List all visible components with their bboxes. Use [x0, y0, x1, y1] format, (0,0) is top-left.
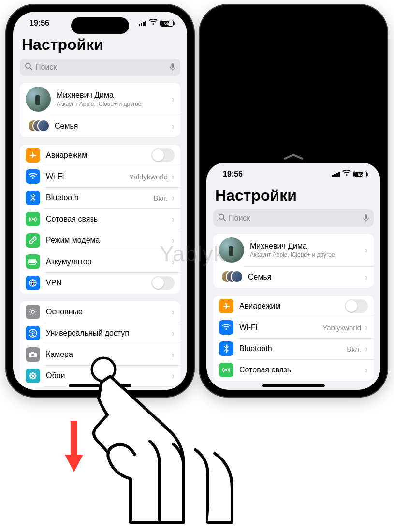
hotspot-row[interactable]: Режим модема› — [20, 230, 180, 251]
status-bar: 19:56 65 — [206, 163, 380, 186]
search-field[interactable]: Поиск — [213, 209, 374, 227]
battery-label: Аккумулятор — [46, 257, 91, 266]
battery-row[interactable]: Аккумулятор› — [20, 251, 180, 272]
status-time: 19:56 — [29, 19, 49, 28]
bluetooth-value: Вкл. — [347, 345, 364, 353]
mic-icon[interactable] — [170, 63, 175, 72]
svg-rect-6 — [36, 261, 37, 263]
vpn-toggle[interactable] — [151, 276, 175, 290]
family-label: Семья — [55, 122, 78, 131]
chevron-right-icon: › — [171, 236, 175, 246]
airplane-row[interactable]: Авиарежим — [213, 296, 374, 317]
chevron-right-icon: › — [364, 272, 368, 282]
bluetooth-label: Bluetooth — [239, 344, 272, 353]
general-icon — [26, 305, 40, 319]
svg-line-1 — [30, 68, 32, 70]
bluetooth-value: Вкл. — [153, 194, 171, 202]
svg-point-17 — [32, 378, 34, 380]
screen-right: 19:56 65 Настройки — [206, 12, 380, 390]
svg-point-15 — [32, 375, 34, 377]
general-row[interactable]: Основные› — [20, 301, 180, 323]
chevron-right-icon: › — [171, 172, 175, 182]
profile-subtitle: Аккаунт Apple, iCloud+ и другое — [250, 251, 335, 258]
profile-name: Михневич Дима — [250, 242, 335, 251]
camera-icon — [26, 347, 40, 362]
svg-point-20 — [30, 373, 32, 375]
svg-point-14 — [31, 354, 34, 356]
svg-point-16 — [32, 372, 34, 374]
svg-point-18 — [29, 375, 31, 377]
wifi-icon — [149, 19, 158, 28]
search-placeholder: Поиск — [229, 214, 250, 222]
status-time: 19:56 — [223, 170, 243, 178]
family-avatars — [28, 119, 47, 133]
vpn-row[interactable]: VPN — [20, 272, 180, 294]
cellular-label: Сотовая связь — [46, 215, 98, 223]
chevron-right-icon: › — [364, 344, 368, 354]
airplane-toggle[interactable] — [345, 299, 368, 313]
hotspot-label: Режим модема — [46, 236, 100, 245]
battery-icon: 65 — [160, 20, 174, 27]
vpn-label: VPN — [46, 279, 62, 287]
airplane-toggle[interactable] — [151, 148, 175, 162]
page-title: Настройки — [213, 186, 374, 209]
profile-subtitle: Аккаунт Apple, iCloud+ и другое — [57, 101, 142, 107]
settings-group-0: АвиарежимWi-FiYablykworld›BluetoothВкл.›… — [20, 145, 180, 294]
avatar — [26, 87, 51, 112]
wifi-value: Yablykworld — [322, 324, 364, 332]
airplane-icon — [26, 148, 40, 163]
wifi-value: Yablykworld — [129, 173, 171, 181]
svg-point-9 — [31, 310, 34, 313]
settings-content: Настройки Поиск Михневич Дима — [13, 35, 187, 390]
apple-id-row[interactable]: Михневич Дима Аккаунт Apple, iCloud+ и д… — [20, 83, 180, 116]
avatar — [219, 237, 244, 263]
svg-point-22 — [30, 377, 32, 379]
search-placeholder: Поиск — [35, 63, 57, 72]
phone-left: 19:56 65 Настройки Поиск — [6, 5, 194, 397]
bluetooth-row[interactable]: BluetoothВкл.› — [20, 187, 180, 208]
wifi-icon — [219, 320, 233, 335]
airplane-label: Авиарежим — [239, 302, 280, 310]
wifi-row[interactable]: Wi-FiYablykworld› — [20, 166, 180, 187]
chevron-right-icon: › — [171, 214, 175, 224]
chevron-right-icon: › — [171, 257, 175, 267]
bluetooth-icon — [26, 191, 40, 205]
cellular-row[interactable]: Сотовая связь› — [20, 208, 180, 230]
family-avatars — [221, 270, 240, 284]
family-row[interactable]: Семья › — [213, 266, 374, 288]
profile-name: Михневич Дима — [57, 91, 142, 100]
family-row[interactable]: Семья › — [20, 116, 180, 137]
chevron-right-icon: › — [364, 245, 368, 255]
accessibility-row[interactable]: Универсальный доступ› — [20, 323, 180, 344]
airplane-row[interactable]: Авиарежим — [20, 145, 180, 166]
mic-icon[interactable] — [363, 214, 369, 223]
chevron-right-icon: › — [171, 193, 175, 203]
svg-point-23 — [34, 377, 36, 379]
svg-rect-7 — [29, 260, 35, 263]
wifi-row[interactable]: Wi-FiYablykworld› — [213, 317, 374, 338]
svg-point-21 — [34, 373, 36, 375]
reachability-handle-icon[interactable] — [283, 153, 304, 161]
signal-icon — [139, 21, 147, 26]
dynamic-island — [71, 17, 129, 34]
bluetooth-label: Bluetooth — [46, 193, 79, 202]
chevron-right-icon: › — [171, 307, 175, 317]
search-icon — [218, 213, 226, 223]
battery-icon — [26, 254, 40, 269]
search-field[interactable]: Поиск — [20, 59, 180, 76]
phone-right: 19:56 65 Настройки — [200, 5, 387, 397]
wifi-label: Wi-Fi — [46, 172, 64, 181]
wallpaper-label: Обои — [46, 371, 65, 380]
home-indicator[interactable] — [262, 384, 325, 387]
cellular-icon — [26, 212, 40, 226]
chevron-right-icon: › — [171, 328, 175, 339]
svg-point-19 — [35, 375, 37, 377]
chevron-right-icon: › — [171, 94, 175, 104]
wifi-icon — [342, 170, 351, 178]
swipe-down-arrow-icon — [64, 421, 84, 476]
settings-content: Настройки Поиск — [206, 186, 380, 381]
screen-left: 19:56 65 Настройки Поиск — [13, 12, 187, 390]
hotspot-icon — [26, 233, 40, 248]
battery-icon: 65 — [353, 171, 367, 177]
apple-id-row[interactable]: Михневич Дима Аккаунт Apple, iCloud+ и д… — [213, 234, 374, 266]
